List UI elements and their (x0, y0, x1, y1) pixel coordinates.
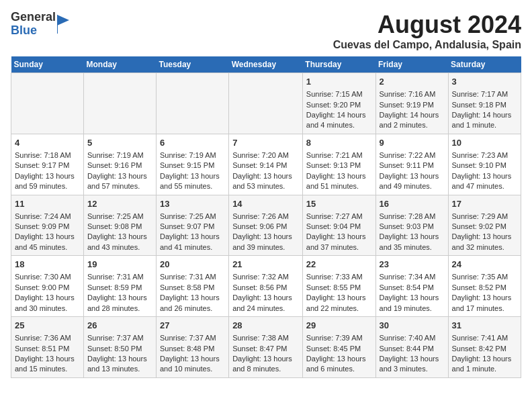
calendar-cell: 31Sunrise: 7:41 AMSunset: 8:42 PMDayligh… (448, 317, 521, 378)
day-number: 2 (380, 76, 445, 88)
day-number: 9 (380, 137, 445, 149)
calendar-cell: 23Sunrise: 7:34 AMSunset: 8:54 PMDayligh… (375, 256, 448, 317)
calendar-cell: 17Sunrise: 7:29 AMSunset: 9:02 PMDayligh… (448, 195, 521, 256)
page-header: General Blue August 2024 Cuevas del Camp… (11, 11, 521, 51)
logo-text: General Blue (11, 11, 56, 38)
calendar-cell (229, 73, 303, 134)
weekday-header-monday: Monday (83, 56, 156, 73)
day-number: 30 (380, 320, 445, 332)
weekday-header-tuesday: Tuesday (156, 56, 228, 73)
day-number: 21 (232, 259, 299, 271)
day-number: 11 (15, 198, 80, 210)
calendar-cell: 12Sunrise: 7:25 AMSunset: 9:08 PMDayligh… (83, 195, 156, 256)
calendar-cell: 16Sunrise: 7:28 AMSunset: 9:03 PMDayligh… (375, 195, 448, 256)
day-number: 19 (87, 259, 152, 271)
logo: General Blue (11, 11, 69, 38)
calendar-cell: 7Sunrise: 7:20 AMSunset: 9:14 PMDaylight… (229, 134, 303, 195)
day-number: 20 (160, 259, 225, 271)
calendar-cell: 27Sunrise: 7:37 AMSunset: 8:48 PMDayligh… (156, 317, 228, 378)
calendar-cell: 14Sunrise: 7:26 AMSunset: 9:06 PMDayligh… (229, 195, 303, 256)
calendar-cell: 25Sunrise: 7:36 AMSunset: 8:51 PMDayligh… (11, 317, 84, 378)
day-number: 16 (380, 198, 445, 210)
calendar-cell (156, 73, 228, 134)
calendar-week-row: 18Sunrise: 7:30 AMSunset: 9:00 PMDayligh… (11, 256, 521, 317)
day-number: 22 (306, 259, 372, 271)
day-number: 3 (452, 76, 517, 88)
logo-general: General (11, 11, 56, 24)
weekday-header-friday: Friday (375, 56, 448, 73)
calendar-cell: 10Sunrise: 7:23 AMSunset: 9:10 PMDayligh… (448, 134, 521, 195)
calendar-cell (11, 73, 84, 134)
calendar-cell: 2Sunrise: 7:16 AMSunset: 9:19 PMDaylight… (375, 73, 448, 134)
day-number: 13 (160, 198, 225, 210)
calendar-table: SundayMondayTuesdayWednesdayThursdayFrid… (11, 56, 521, 378)
weekday-header-sunday: Sunday (11, 56, 84, 73)
weekday-header-saturday: Saturday (448, 56, 521, 73)
day-number: 12 (87, 198, 152, 210)
day-number: 5 (87, 137, 152, 149)
day-number: 17 (452, 198, 517, 210)
logo-flag-icon (57, 15, 69, 34)
day-number: 29 (306, 320, 372, 332)
calendar-cell: 1Sunrise: 7:15 AMSunset: 9:20 PMDaylight… (302, 73, 375, 134)
day-number: 4 (15, 137, 80, 149)
day-number: 10 (452, 137, 517, 149)
calendar-cell: 20Sunrise: 7:31 AMSunset: 8:58 PMDayligh… (156, 256, 228, 317)
day-number: 1 (306, 76, 372, 88)
day-number: 31 (452, 320, 517, 332)
calendar-week-row: 25Sunrise: 7:36 AMSunset: 8:51 PMDayligh… (11, 317, 521, 378)
calendar-cell: 8Sunrise: 7:21 AMSunset: 9:13 PMDaylight… (302, 134, 375, 195)
calendar-cell: 13Sunrise: 7:25 AMSunset: 9:07 PMDayligh… (156, 195, 228, 256)
calendar-cell: 24Sunrise: 7:35 AMSunset: 8:52 PMDayligh… (448, 256, 521, 317)
calendar-cell: 15Sunrise: 7:27 AMSunset: 9:04 PMDayligh… (302, 195, 375, 256)
calendar-week-row: 11Sunrise: 7:24 AMSunset: 9:09 PMDayligh… (11, 195, 521, 256)
day-number: 8 (306, 137, 372, 149)
calendar-cell: 28Sunrise: 7:38 AMSunset: 8:47 PMDayligh… (229, 317, 303, 378)
weekday-header-wednesday: Wednesday (229, 56, 303, 73)
day-number: 27 (160, 320, 225, 332)
calendar-cell: 6Sunrise: 7:19 AMSunset: 9:15 PMDaylight… (156, 134, 228, 195)
day-number: 14 (232, 198, 299, 210)
calendar-cell: 5Sunrise: 7:19 AMSunset: 9:16 PMDaylight… (83, 134, 156, 195)
calendar-title: August 2024 (333, 11, 521, 39)
calendar-cell: 30Sunrise: 7:40 AMSunset: 8:44 PMDayligh… (375, 317, 448, 378)
calendar-week-row: 4Sunrise: 7:18 AMSunset: 9:17 PMDaylight… (11, 134, 521, 195)
calendar-cell: 29Sunrise: 7:39 AMSunset: 8:45 PMDayligh… (302, 317, 375, 378)
day-number: 7 (232, 137, 299, 149)
title-block: August 2024 Cuevas del Campo, Andalusia,… (333, 11, 521, 51)
calendar-cell: 3Sunrise: 7:17 AMSunset: 9:18 PMDaylight… (448, 73, 521, 134)
calendar-cell: 4Sunrise: 7:18 AMSunset: 9:17 PMDaylight… (11, 134, 84, 195)
calendar-cell: 11Sunrise: 7:24 AMSunset: 9:09 PMDayligh… (11, 195, 84, 256)
weekday-header-row: SundayMondayTuesdayWednesdayThursdayFrid… (11, 56, 521, 73)
calendar-cell (83, 73, 156, 134)
calendar-subtitle: Cuevas del Campo, Andalusia, Spain (333, 39, 521, 51)
day-number: 18 (15, 259, 80, 271)
day-number: 24 (452, 259, 517, 271)
calendar-cell: 9Sunrise: 7:22 AMSunset: 9:11 PMDaylight… (375, 134, 448, 195)
calendar-week-row: 1Sunrise: 7:15 AMSunset: 9:20 PMDaylight… (11, 73, 521, 134)
calendar-cell: 19Sunrise: 7:31 AMSunset: 8:59 PMDayligh… (83, 256, 156, 317)
logo-blue: Blue (11, 24, 56, 38)
calendar-cell: 21Sunrise: 7:32 AMSunset: 8:56 PMDayligh… (229, 256, 303, 317)
day-number: 23 (380, 259, 445, 271)
calendar-cell: 26Sunrise: 7:37 AMSunset: 8:50 PMDayligh… (83, 317, 156, 378)
day-number: 28 (232, 320, 299, 332)
day-number: 25 (15, 320, 80, 332)
calendar-cell: 22Sunrise: 7:33 AMSunset: 8:55 PMDayligh… (302, 256, 375, 317)
calendar-cell: 18Sunrise: 7:30 AMSunset: 9:00 PMDayligh… (11, 256, 84, 317)
day-number: 6 (160, 137, 225, 149)
day-number: 26 (87, 320, 152, 332)
svg-marker-0 (57, 15, 69, 26)
day-number: 15 (306, 198, 372, 210)
weekday-header-thursday: Thursday (302, 56, 375, 73)
